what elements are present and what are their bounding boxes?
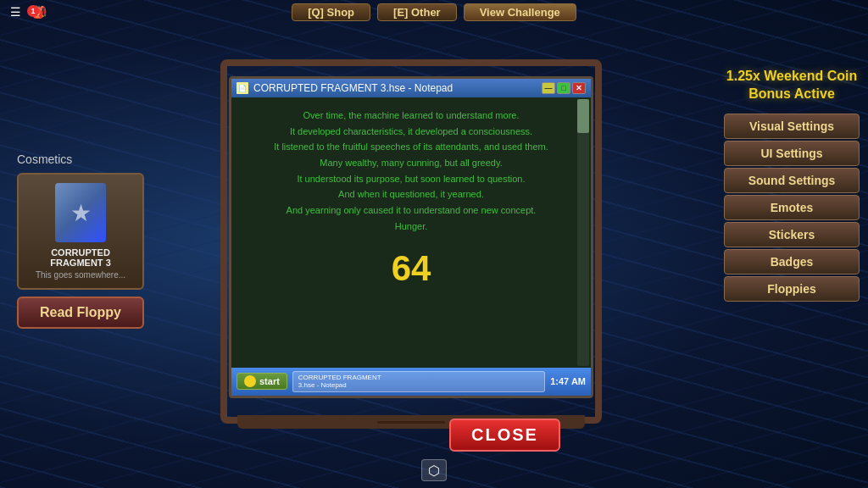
text-line-3: It listened to the fruitful speeches of …	[245, 139, 577, 155]
read-floppy-button[interactable]: Read Floppy	[17, 297, 144, 329]
taskbar-item-name: CORRUPTED FRAGMENT3.hse - Notepad	[298, 374, 539, 390]
text-line-7: And yearning only caused it to understan…	[245, 202, 577, 219]
notepad-content: Over time, the machine learned to unders…	[231, 97, 591, 368]
taskbar-item[interactable]: CORRUPTED FRAGMENT3.hse - Notepad	[292, 371, 545, 392]
notepad-title: CORRUPTED FRAGMENT 3.hse - Notepad	[253, 82, 537, 94]
notepad-window: 📄 CORRUPTED FRAGMENT 3.hse - Notepad — □…	[229, 76, 593, 398]
floppy-icon	[55, 183, 106, 242]
bottom-icon-symbol: ⬡	[428, 463, 440, 479]
floppy-card: CORRUPTED FRAGMENT 3 This goes somewhere…	[17, 173, 144, 290]
cosmetics-label: Cosmetics	[17, 152, 144, 166]
start-label: start	[259, 376, 280, 386]
minimize-button[interactable]: —	[542, 82, 555, 94]
maximize-button[interactable]: □	[557, 82, 570, 94]
badges-button[interactable]: Badges	[724, 249, 860, 274]
top-bar: [Q] Shop [E] Other View Challenge	[0, 0, 868, 24]
text-line-2: It developed characteristics, it develop…	[245, 124, 577, 140]
shop-button[interactable]: [Q] Shop	[292, 3, 370, 21]
notepad-titlebar: 📄 CORRUPTED FRAGMENT 3.hse - Notepad — □…	[231, 79, 591, 97]
notepad-number: 64	[245, 248, 577, 289]
right-panel: 1.25x Weekend Coin Bonus Active Visual S…	[724, 68, 860, 302]
bottom-icon[interactable]: ⬡	[421, 459, 447, 481]
device-line	[377, 421, 445, 424]
notepad-taskbar: start CORRUPTED FRAGMENT3.hse - Notepad …	[231, 368, 591, 396]
emotes-button[interactable]: Emotes	[724, 195, 860, 220]
floppy-name: CORRUPTED FRAGMENT 3	[27, 247, 134, 268]
text-line-4: Many wealthy, many cunning, but all gree…	[245, 155, 577, 171]
stickers-button[interactable]: Stickers	[724, 222, 860, 247]
left-panel: Cosmetics CORRUPTED FRAGMENT 3 This goes…	[17, 152, 144, 329]
notepad-text: Over time, the machine learned to unders…	[245, 108, 577, 235]
ui-settings-button[interactable]: UI Settings	[724, 141, 860, 166]
notepad-close-button[interactable]: ✕	[572, 82, 586, 94]
taskbar-time: 1:47 AM	[550, 376, 586, 386]
visual-settings-button[interactable]: Visual Settings	[724, 114, 860, 139]
text-line-8: Hunger.	[245, 219, 577, 235]
notepad-file-icon: 📄	[236, 82, 248, 94]
text-line-5: It understood its purpose, but soon lear…	[245, 171, 577, 187]
text-line-6: And when it questioned, it yearned.	[245, 186, 577, 202]
sound-settings-button[interactable]: Sound Settings	[724, 168, 860, 193]
close-main-button[interactable]: CLOSE	[449, 419, 560, 452]
floppy-desc: This goes somewhere...	[36, 270, 125, 280]
bonus-banner: 1.25x Weekend Coin Bonus Active	[724, 68, 860, 103]
start-button[interactable]: start	[236, 373, 287, 390]
scrollbar-thumb[interactable]	[577, 99, 589, 133]
text-line-1: Over time, the machine learned to unders…	[245, 108, 577, 124]
challenge-button[interactable]: View Challenge	[464, 3, 576, 21]
floppies-button[interactable]: Floppies	[724, 276, 860, 302]
start-icon	[244, 375, 256, 387]
notepad-controls: — □ ✕	[542, 82, 586, 94]
scrollbar[interactable]	[577, 99, 589, 366]
other-button[interactable]: [E] Other	[377, 3, 457, 21]
